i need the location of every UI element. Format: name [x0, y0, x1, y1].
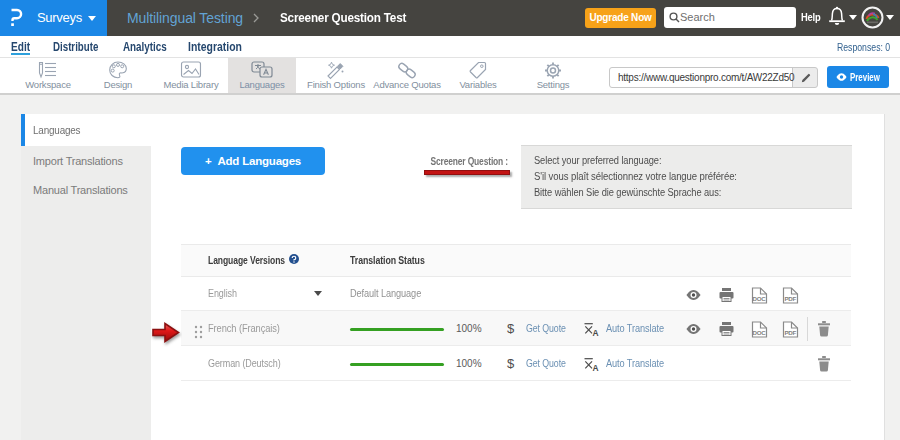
svg-text:DOC: DOC: [753, 329, 767, 336]
svg-text:A: A: [593, 363, 599, 371]
svg-text:DOC: DOC: [753, 295, 767, 302]
svg-text:PDF: PDF: [784, 295, 796, 302]
svg-text:PDF: PDF: [784, 329, 796, 336]
svg-text:A: A: [593, 328, 599, 336]
